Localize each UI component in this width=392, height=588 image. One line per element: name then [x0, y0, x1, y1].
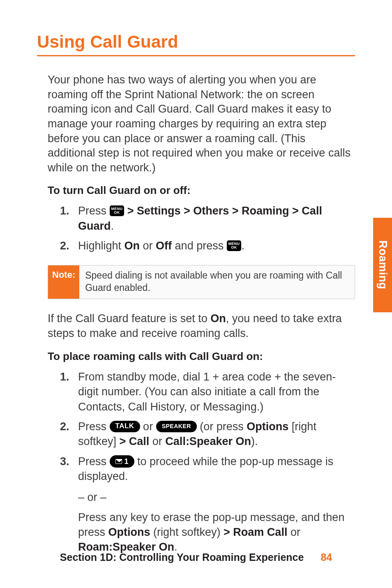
- note-box: Note: Speed dialing is not available whe…: [48, 265, 355, 300]
- after-note-paragraph: If the Call Guard feature is set to On, …: [48, 311, 355, 341]
- step-end: .: [241, 240, 244, 252]
- step-number: 2.: [60, 238, 78, 253]
- envelope-icon: [115, 459, 122, 464]
- step-2: 2. Press TALK or SPEAKER (or press Optio…: [60, 419, 355, 449]
- step-text-mid: or: [143, 240, 156, 252]
- call-option: > Call: [120, 435, 150, 447]
- step-end: .: [111, 220, 114, 232]
- side-tab-roaming: Roaming: [373, 218, 392, 312]
- alt-text-mid1: (right softkey): [150, 526, 224, 538]
- step-text-pre: Highlight: [78, 240, 125, 252]
- options-softkey: Options: [247, 420, 288, 433]
- options-softkey: Options: [108, 526, 150, 538]
- title-rule: [37, 55, 355, 56]
- step-text: From standby mode, dial 1 + area code + …: [78, 369, 355, 414]
- note-text: Speed dialing is not available when you …: [79, 265, 355, 299]
- steps-place-roaming: 1. From standby mode, dial 1 + area code…: [48, 369, 355, 555]
- page-footer: Section 1D: Controlling Your Roaming Exp…: [0, 551, 392, 563]
- step-text-pre: Press: [78, 205, 110, 217]
- intro-paragraph: Your phone has two ways of alerting you …: [48, 73, 355, 175]
- step-number: 1.: [60, 369, 78, 414]
- digit-1: 1: [125, 458, 129, 465]
- call-speaker-option: Call:Speaker On: [165, 435, 251, 447]
- option-on-inline: On: [210, 312, 226, 325]
- speaker-key-icon: SPEAKER: [156, 421, 197, 432]
- step-text-post: and press: [175, 240, 227, 252]
- mail-1-key-icon: 1: [110, 455, 134, 468]
- menu-ok-key-icon: MENU OK: [227, 240, 242, 251]
- step-3: 3. Press 1 to proceed while the pop-up m…: [60, 454, 355, 555]
- step-text-mid: or: [143, 420, 156, 433]
- step-end: ).: [251, 435, 258, 447]
- or-separator: – or –: [78, 490, 355, 505]
- step-number: 1.: [60, 203, 78, 233]
- alt-text-mid2: or: [287, 526, 300, 538]
- menu-ok-key-icon: MENU OK: [110, 205, 125, 216]
- step-2: 2. Highlight On or Off and press MENU OK…: [60, 238, 355, 253]
- steps-turn-on-off: 1. Press MENU OK > Settings > Others > R…: [48, 203, 355, 253]
- step-number: 2.: [60, 419, 78, 449]
- option-on: On: [125, 240, 140, 252]
- step-1: 1. Press MENU OK > Settings > Others > R…: [60, 203, 355, 233]
- footer-page-number: 84: [321, 551, 332, 563]
- roam-call-option: > Roam Call: [224, 526, 287, 538]
- step-text-mid4: or: [149, 435, 165, 447]
- step-1: 1. From standby mode, dial 1 + area code…: [60, 369, 355, 414]
- talk-key-icon: TALK: [110, 421, 140, 432]
- page-title: Using Call Guard: [37, 32, 355, 52]
- step-number: 3.: [60, 454, 78, 555]
- step-text-pre: Press: [78, 455, 110, 468]
- step-text-mid2: (or press: [200, 420, 247, 433]
- subheading-place-roaming: To place roaming calls with Call Guard o…: [48, 350, 355, 363]
- step-text-pre: Press: [78, 420, 110, 433]
- note-label: Note:: [48, 265, 79, 299]
- option-off: Off: [156, 240, 172, 252]
- footer-section: Section 1D: Controlling Your Roaming Exp…: [60, 551, 304, 563]
- subheading-turn-on-off: To turn Call Guard on or off:: [48, 184, 355, 197]
